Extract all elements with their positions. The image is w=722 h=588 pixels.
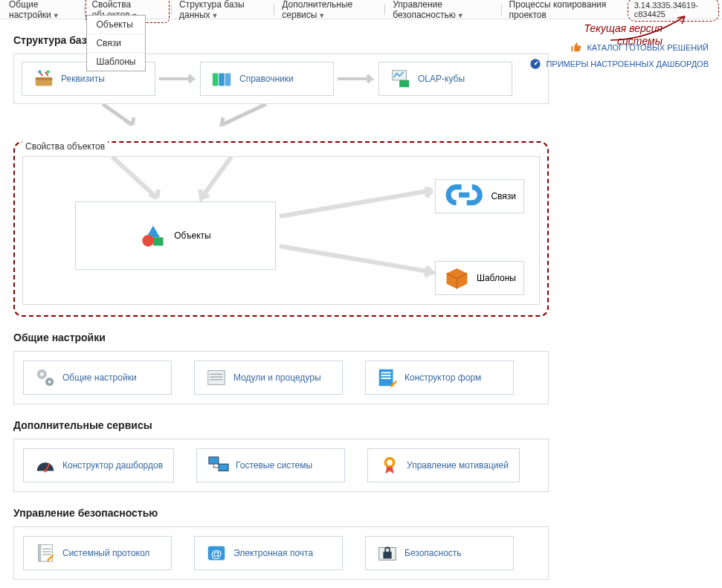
dropdown-objects[interactable]: Объекты: [87, 16, 145, 34]
right-links: КАТАЛОГ ГОТОВЫХ РЕШЕНИЙ ПРИМЕРЫ НАСТРОЕН…: [529, 42, 709, 74]
svg-text:@: @: [211, 547, 222, 560]
svg-rect-10: [399, 80, 409, 87]
general-settings-card[interactable]: Общие настройки: [23, 361, 172, 395]
guest-systems-card[interactable]: Гостевые системы: [196, 448, 345, 482]
svg-rect-18: [208, 371, 225, 385]
svg-point-15: [40, 372, 44, 376]
directories-card[interactable]: Справочники: [200, 62, 334, 96]
svg-rect-4: [39, 71, 42, 74]
dashboards-link[interactable]: ПРИМЕРЫ НАСТРОЕННЫХ ДАШБОРДОВ: [529, 58, 709, 70]
form-constructor-card[interactable]: Конструктор форм: [365, 361, 514, 395]
additional-services-row: Конструктор дашбордов Гостевые системы У…: [13, 439, 549, 492]
security-row: Системный протокол @ Электронная почта Б…: [13, 526, 549, 580]
menu-separator: [384, 4, 385, 15]
gears-icon: [34, 366, 57, 389]
dropdown-links[interactable]: Связи: [87, 34, 145, 53]
menu-additional-services[interactable]: Дополнительные сервисы▼: [276, 0, 383, 23]
menu-object-properties[interactable]: Свойства объектов▼ Объекты Связи Шаблоны: [86, 0, 170, 23]
version-label: 3.14.3335.34619-c834425: [628, 0, 719, 22]
arrow-right-icon: [334, 74, 378, 84]
svg-rect-39: [383, 552, 391, 558]
menu-copy-processes[interactable]: Процессы копирования проектов: [503, 0, 628, 23]
svg-point-26: [44, 470, 47, 473]
list-icon: [205, 366, 228, 389]
svg-rect-27: [209, 457, 219, 464]
object-properties-label: Свойства объектов: [22, 141, 108, 152]
svg-rect-28: [219, 464, 228, 471]
menu-general[interactable]: Общие настройки▼: [3, 0, 83, 23]
thumbs-up-icon: [570, 42, 582, 54]
form-pencil-icon: [376, 366, 399, 389]
olap-cubes-card[interactable]: OLAP-кубы: [378, 62, 512, 96]
toolbox-icon: [33, 68, 55, 90]
links-card[interactable]: Связи: [435, 179, 524, 213]
motivation-card[interactable]: Управление мотивацией: [367, 448, 520, 482]
menu-separator: [171, 4, 172, 15]
menu-db-structure[interactable]: Структура базы данных▼: [173, 0, 272, 23]
svg-point-17: [48, 381, 51, 384]
svg-rect-32: [39, 545, 42, 562]
general-settings-title: Общие настройки: [13, 332, 709, 343]
general-settings-row: Общие настройки Модули и процедуры Конст…: [13, 351, 549, 404]
svg-point-1: [535, 63, 537, 65]
menu-separator: [274, 4, 274, 15]
additional-services-title: Дополнительные сервисы: [13, 419, 709, 431]
security-card[interactable]: Безопасность: [365, 536, 514, 570]
menu-separator: [84, 4, 85, 15]
svg-point-12: [143, 235, 155, 247]
award-icon: [378, 454, 401, 476]
svg-rect-5: [47, 71, 50, 74]
svg-rect-24: [381, 375, 391, 376]
svg-rect-25: [381, 378, 391, 379]
svg-rect-13: [153, 237, 164, 245]
objects-card[interactable]: Объекты: [75, 201, 276, 270]
gauge-icon: [529, 58, 541, 70]
chain-icon: [443, 174, 485, 218]
svg-rect-3: [36, 77, 53, 80]
menu-security[interactable]: Управление безопасностью▼: [387, 0, 500, 23]
notepad-icon: [34, 542, 57, 564]
svg-rect-6: [213, 74, 219, 86]
shapes-icon: [140, 222, 167, 249]
catalog-link[interactable]: КАТАЛОГ ГОТОВЫХ РЕШЕНИЙ: [529, 42, 709, 54]
system-log-card[interactable]: Системный протокол: [23, 536, 172, 570]
menu-separator: [501, 4, 502, 15]
templates-card[interactable]: Шаблоны: [435, 261, 524, 295]
box-icon: [443, 263, 471, 293]
email-at-icon: @: [205, 542, 228, 564]
top-menubar: Общие настройки▼ Свойства объектов▼ Объе…: [0, 0, 722, 19]
arrow-right-icon: [155, 74, 200, 84]
svg-point-30: [387, 460, 393, 466]
svg-rect-8: [225, 74, 231, 86]
down-arrows: [13, 104, 549, 126]
svg-rect-7: [219, 74, 225, 86]
chart-cube-icon: [390, 68, 412, 90]
computers-icon: [207, 454, 230, 476]
object-properties-box: Свойства объектов Объекты Связи: [13, 141, 549, 317]
email-card[interactable]: @ Электронная почта: [194, 536, 343, 570]
dropdown-templates[interactable]: Шаблоны: [87, 53, 145, 71]
svg-rect-23: [381, 372, 391, 374]
object-properties-dropdown: Объекты Связи Шаблоны: [86, 15, 146, 71]
modules-card[interactable]: Модули и процедуры: [194, 361, 343, 395]
folders-icon: [211, 68, 233, 90]
dashboard-constructor-card[interactable]: Конструктор дашбордов: [23, 448, 174, 482]
lock-icon: [376, 542, 399, 564]
speedometer-icon: [34, 454, 57, 476]
security-title: Управление безопасностью: [13, 507, 709, 519]
